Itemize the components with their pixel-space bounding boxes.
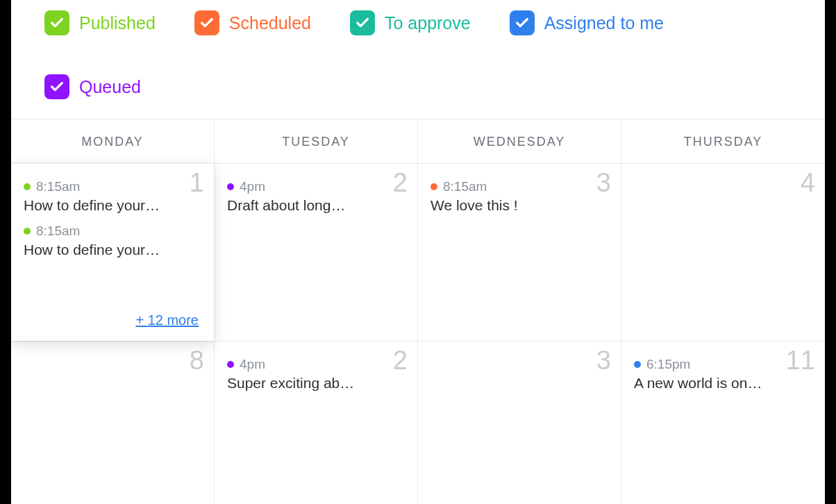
day-header: MONDAY — [11, 119, 215, 163]
event-time: 8:15am — [36, 224, 80, 239]
events-list: 4pmSuper exciting ab… — [227, 357, 405, 392]
event-title: How to define your… — [24, 197, 197, 214]
day-header: WEDNESDAY — [418, 119, 621, 163]
event-title: Super exciting ab… — [227, 375, 401, 392]
events-list: 8:15amWe love this ! — [430, 179, 608, 214]
event-title: How to define your… — [24, 242, 197, 258]
status-dot-icon — [24, 228, 31, 235]
calendar-cell[interactable]: 24pmSuper exciting ab… — [215, 341, 418, 504]
day-header: THURSDAY — [621, 119, 825, 163]
status-dot-icon — [430, 183, 437, 190]
filter-assigned[interactable]: Assigned to me — [510, 10, 664, 35]
calendar-grid: 18:15amHow to define your…8:15amHow to d… — [11, 163, 825, 504]
calendar-cell[interactable]: 116:15pmA new world is on… — [621, 341, 825, 504]
event-time: 8:15am — [36, 179, 80, 194]
filter-to_approve[interactable]: To approve — [350, 10, 471, 35]
day-number: 2 — [393, 168, 408, 198]
event-time: 6:15pm — [646, 357, 690, 372]
calendar-cell[interactable]: 24pmDraft about long… — [215, 163, 418, 341]
status-dot-icon — [634, 361, 641, 368]
day-number: 1 — [190, 168, 204, 198]
status-dot-icon — [227, 361, 234, 368]
calendar-cell[interactable]: 4 — [621, 163, 825, 341]
status-dot-icon — [24, 183, 31, 190]
calendar-event[interactable]: 8:15amHow to define your… — [24, 179, 201, 214]
event-time: 4pm — [240, 179, 265, 194]
day-header: TUESDAY — [215, 119, 418, 163]
event-time: 4pm — [240, 357, 265, 372]
event-title: A new world is on… — [634, 375, 808, 392]
day-number: 2 — [393, 346, 408, 376]
event-meta: 8:15am — [24, 179, 201, 194]
calendar-cell[interactable]: 18:15amHow to define your…8:15amHow to d… — [11, 163, 215, 341]
status-dot-icon — [227, 183, 234, 190]
filter-bar: PublishedScheduledTo approveAssigned to … — [11, 0, 825, 119]
events-list: 8:15amHow to define your…8:15amHow to de… — [24, 179, 201, 258]
filter-label: To approve — [385, 13, 471, 33]
event-title: Draft about long… — [227, 197, 401, 214]
day-number: 4 — [801, 168, 815, 198]
calendar-cell[interactable]: 8 — [11, 341, 215, 504]
calendar-event[interactable]: 8:15amWe love this ! — [430, 179, 608, 214]
events-list: 4pmDraft about long… — [227, 179, 405, 214]
checkbox-icon — [510, 10, 535, 35]
calendar-event[interactable]: 4pmDraft about long… — [227, 179, 405, 214]
day-number: 8 — [190, 346, 204, 376]
event-meta: 8:15am — [24, 224, 201, 239]
filter-label: Scheduled — [229, 13, 311, 33]
calendar-event[interactable]: 8:15amHow to define your… — [24, 224, 201, 258]
filter-label: Assigned to me — [544, 13, 664, 33]
event-meta: 4pm — [227, 357, 405, 372]
event-meta: 8:15am — [430, 179, 608, 194]
checkbox-icon — [44, 74, 69, 99]
filter-published[interactable]: Published — [44, 10, 156, 35]
event-title: We love this ! — [430, 197, 604, 214]
event-time: 8:15am — [443, 179, 487, 194]
event-meta: 4pm — [227, 179, 405, 194]
checkbox-icon — [194, 10, 219, 35]
checkbox-icon — [44, 10, 69, 35]
calendar-cell[interactable]: 3 — [418, 341, 621, 504]
filter-queued[interactable]: Queued — [44, 74, 141, 99]
day-number: 11 — [786, 346, 815, 376]
filter-label: Queued — [79, 77, 141, 97]
day-number: 3 — [596, 168, 611, 198]
filter-label: Published — [79, 13, 156, 33]
calendar-card: PublishedScheduledTo approveAssigned to … — [11, 0, 825, 504]
day-headers-row: MONDAYTUESDAYWEDNESDAYTHURSDAY — [11, 119, 825, 163]
checkbox-icon — [350, 10, 375, 35]
calendar-event[interactable]: 4pmSuper exciting ab… — [227, 357, 405, 392]
more-events-link[interactable]: + 12 more — [135, 312, 199, 328]
filter-scheduled[interactable]: Scheduled — [194, 10, 311, 35]
calendar-cell[interactable]: 38:15amWe love this ! — [418, 163, 621, 341]
day-number: 3 — [596, 346, 611, 376]
